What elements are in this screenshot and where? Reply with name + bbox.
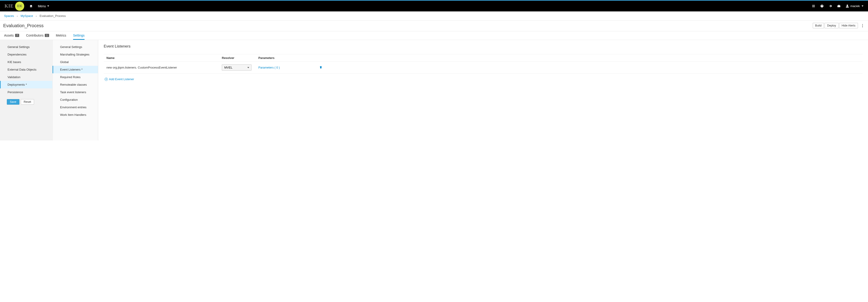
- gear-icon[interactable]: [829, 4, 832, 8]
- kebab-menu-icon[interactable]: ⋮: [860, 24, 865, 28]
- resolver-select[interactable]: MVEL: [222, 64, 251, 70]
- logo-kie-text: KIE: [5, 3, 14, 9]
- row-parameters: Parameters ( 0 ): [258, 66, 315, 69]
- action-button-group: Build Deploy Hide Alerts: [813, 23, 858, 28]
- chevron-down-icon: [862, 5, 863, 7]
- subnav-item-global[interactable]: Global: [53, 58, 98, 66]
- col-header-resolver: Resolver: [222, 56, 258, 60]
- tab-label: Settings: [73, 34, 85, 37]
- add-row: + Add Event Listener: [104, 73, 863, 85]
- breadcrumb-link[interactable]: MySpace: [21, 14, 33, 18]
- logo[interactable]: KIE IDE: [5, 2, 24, 11]
- subnav-item-event-listeners[interactable]: Event Listeners *: [53, 66, 98, 73]
- subnav-item-required-roles[interactable]: Required Roles: [53, 73, 98, 81]
- tab-label: Metrics: [56, 34, 66, 37]
- top-header: KIE IDE Menu maciek: [0, 0, 868, 11]
- subnav-item-work-item-handlers[interactable]: Work Item Handlers: [53, 111, 98, 119]
- resolver-select-wrap: MVEL: [222, 64, 251, 70]
- hide-alerts-button[interactable]: Hide Alerts: [839, 23, 858, 28]
- row-resolver: MVEL: [222, 64, 258, 70]
- user-icon: [846, 4, 849, 8]
- subnav-item-remoteable-classes[interactable]: Remoteable classes: [53, 81, 98, 88]
- sidebar-item-validation[interactable]: Validation: [0, 73, 52, 81]
- content: General Settings Dependencies KIE bases …: [0, 40, 868, 141]
- chevron-down-icon: [47, 5, 49, 7]
- sidebar-item-external-data-objects[interactable]: External Data Objects: [0, 66, 52, 73]
- col-header-parameters: Parameters: [258, 56, 315, 60]
- reset-button[interactable]: Reset: [21, 99, 34, 104]
- row-name: new org.jbpm.listeners. CustomProcessEve…: [106, 66, 222, 69]
- user-name: maciek: [850, 4, 860, 8]
- tab-settings[interactable]: Settings: [73, 31, 85, 40]
- user-menu[interactable]: maciek: [846, 4, 863, 8]
- parameters-link[interactable]: Parameters ( 0 ): [258, 66, 280, 69]
- col-header-action: [315, 56, 322, 60]
- tab-badge: 1: [45, 34, 49, 37]
- row-delete[interactable]: [315, 66, 322, 69]
- titlebar-actions: Build Deploy Hide Alerts ⋮: [813, 23, 865, 28]
- sidebar-item-kie-bases[interactable]: KIE bases: [0, 58, 52, 66]
- topbar-left: KIE IDE Menu: [5, 2, 49, 11]
- home-icon[interactable]: [29, 4, 33, 8]
- trash-icon: [319, 66, 322, 69]
- table-row: new org.jbpm.listeners. CustomProcessEve…: [104, 62, 863, 73]
- menu-label: Menu: [38, 4, 46, 8]
- tabs: Assets 7 Contributors 1 Metrics Settings: [0, 31, 868, 40]
- help-icon[interactable]: [820, 4, 824, 8]
- logo-ide-badge: IDE: [15, 2, 24, 11]
- page-title: Evaluation_Process: [3, 23, 43, 28]
- tab-assets[interactable]: Assets 7: [4, 31, 19, 40]
- col-header-name: Name: [106, 56, 222, 60]
- menu-dropdown[interactable]: Menu: [38, 4, 49, 8]
- build-button[interactable]: Build: [813, 23, 824, 28]
- sidebar-item-persistence[interactable]: Persistence: [0, 88, 52, 96]
- tab-badge: 7: [15, 34, 19, 37]
- subnav-item-configuration[interactable]: Configuration: [53, 96, 98, 103]
- tab-contributors[interactable]: Contributors 1: [26, 31, 49, 40]
- subnav-item-task-event-listeners[interactable]: Task event listeners: [53, 88, 98, 96]
- add-event-listener-link[interactable]: + Add Event Listener: [104, 78, 134, 81]
- briefcase-icon[interactable]: [837, 4, 841, 8]
- sidebar-item-general-settings[interactable]: General Settings: [0, 43, 52, 51]
- table-header: Name Resolver Parameters: [104, 54, 863, 62]
- main-panel: Event Listeners Name Resolver Parameters…: [98, 40, 868, 141]
- breadcrumb-link[interactable]: Spaces: [4, 14, 14, 18]
- tab-label: Assets: [4, 34, 14, 37]
- deployments-sidebar: General Settings Marshalling Strategies …: [53, 40, 98, 141]
- breadcrumb-sep: »: [36, 15, 37, 18]
- plus-circle-icon: +: [104, 78, 108, 81]
- save-reset-row: Save Reset: [0, 96, 52, 108]
- add-link-label: Add Event Listener: [109, 78, 134, 81]
- breadcrumb: Spaces » MySpace » Evaluation_Process: [0, 11, 868, 21]
- tab-label: Contributors: [26, 34, 43, 37]
- apps-icon[interactable]: [812, 4, 815, 8]
- titlebar: Evaluation_Process Build Deploy Hide Ale…: [0, 21, 868, 31]
- settings-sidebar: General Settings Dependencies KIE bases …: [0, 40, 53, 141]
- tab-metrics[interactable]: Metrics: [56, 31, 66, 40]
- subnav-item-marshalling-strategies[interactable]: Marshalling Strategies: [53, 51, 98, 58]
- subnav-item-environment-entries[interactable]: Environment entries: [53, 103, 98, 111]
- subnav-item-general-settings[interactable]: General Settings: [53, 43, 98, 51]
- breadcrumb-current: Evaluation_Process: [39, 14, 66, 18]
- panel-heading: Event Listeners: [104, 44, 863, 49]
- sidebar-item-dependencies[interactable]: Dependencies: [0, 51, 52, 58]
- breadcrumb-sep: »: [17, 15, 18, 18]
- sidebar-item-deployments[interactable]: Deployments *: [0, 81, 52, 88]
- topbar-right: maciek: [812, 4, 863, 8]
- save-button[interactable]: Save: [7, 99, 20, 104]
- deploy-button[interactable]: Deploy: [825, 23, 839, 28]
